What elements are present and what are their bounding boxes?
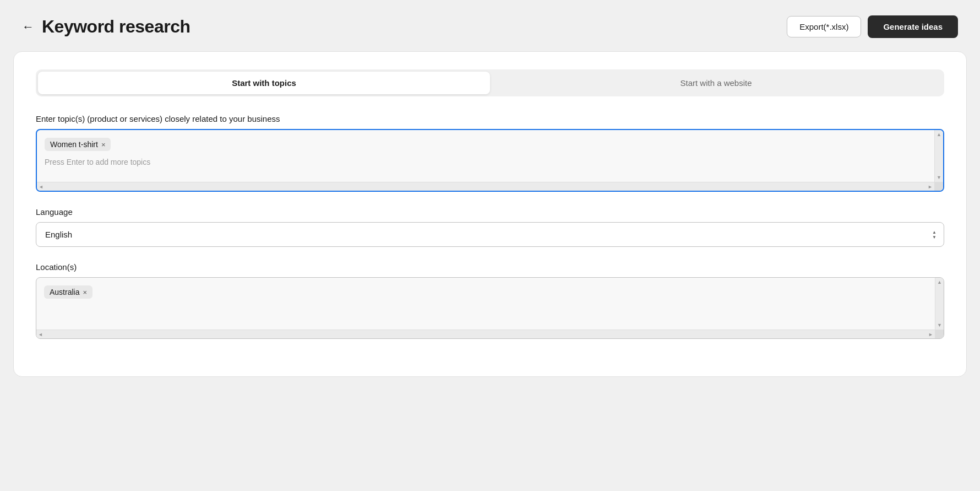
scroll-right-arrow[interactable]: ► xyxy=(928,184,933,190)
location-scrollbar-corner xyxy=(935,330,944,338)
topics-placeholder: Press Enter to add more topics xyxy=(45,158,932,166)
location-section: Location(s) Australia × ▲ ▼ ◄ ► xyxy=(36,262,944,339)
location-scroll-right-arrow[interactable]: ► xyxy=(928,332,933,337)
topic-tag-women-tshirt: Women t-shirt × xyxy=(45,138,111,151)
language-select-wrapper: English Spanish French German Italian Po… xyxy=(36,222,944,247)
topics-scrollbar-x[interactable]: ◄ ► xyxy=(37,182,934,191)
location-tag-australia: Australia × xyxy=(44,285,92,299)
location-input-box[interactable]: Australia × ▲ ▼ ◄ ► xyxy=(36,277,944,339)
scroll-left-arrow[interactable]: ◄ xyxy=(39,184,43,190)
language-label: Language xyxy=(36,207,944,217)
tab-topics[interactable]: Start with topics xyxy=(38,72,490,94)
topic-tag-remove-button[interactable]: × xyxy=(101,141,106,148)
location-tag-remove-button[interactable]: × xyxy=(83,289,87,296)
header-actions: Export(*.xlsx) Generate ideas xyxy=(787,15,958,38)
page-title: Keyword research xyxy=(42,17,190,37)
location-scroll-left-arrow[interactable]: ◄ xyxy=(38,332,43,337)
tab-website[interactable]: Start with a website xyxy=(490,72,942,94)
scroll-down-arrow[interactable]: ▼ xyxy=(937,175,941,180)
location-scrollbar-y[interactable]: ▲ ▼ xyxy=(935,278,944,330)
tabs-row: Start with topics Start with a website xyxy=(36,69,944,96)
location-scroll-up-arrow[interactable]: ▲ xyxy=(937,279,942,285)
location-scrollbar-x[interactable]: ◄ ► xyxy=(36,330,935,338)
topics-scrollbar-y[interactable]: ▲ ▼ xyxy=(934,130,943,182)
language-section: Language English Spanish French German I… xyxy=(36,207,944,247)
topics-label: Enter topic(s) (product or services) clo… xyxy=(36,114,944,123)
topics-section: Enter topic(s) (product or services) clo… xyxy=(36,114,944,192)
generate-ideas-button[interactable]: Generate ideas xyxy=(868,15,958,38)
back-button[interactable]: ← xyxy=(22,21,34,33)
scroll-up-arrow[interactable]: ▲ xyxy=(937,132,941,137)
export-button[interactable]: Export(*.xlsx) xyxy=(787,16,861,37)
main-card: Start with topics Start with a website E… xyxy=(13,51,967,377)
page-header: ← Keyword research Export(*.xlsx) Genera… xyxy=(0,0,980,51)
language-select[interactable]: English Spanish French German Italian Po… xyxy=(36,222,944,247)
scrollbar-corner xyxy=(934,182,943,191)
location-label: Location(s) xyxy=(36,262,944,272)
location-scroll-down-arrow[interactable]: ▼ xyxy=(937,322,942,328)
topics-input-box[interactable]: Women t-shirt × Press Enter to add more … xyxy=(36,129,944,192)
